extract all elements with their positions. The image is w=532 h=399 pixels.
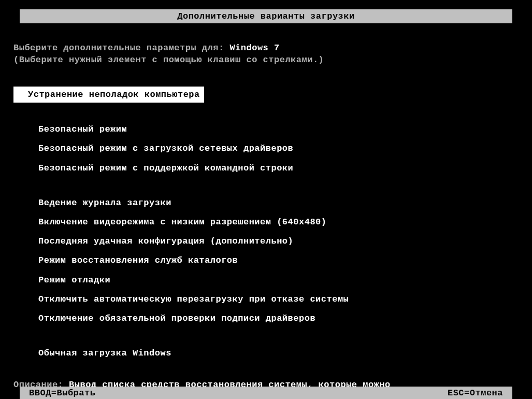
menu-item[interactable]: Безопасный режим (33, 121, 132, 137)
menu-item[interactable]: Режим отладки (33, 272, 116, 288)
menu-item[interactable]: Безопасный режим с загрузкой сетевых дра… (33, 140, 298, 156)
instruction-text: (Выберите нужный элемент с помощью клави… (13, 55, 519, 65)
menu-item[interactable]: Обычная загрузка Windows (33, 345, 177, 361)
menu-item[interactable]: Ведение журнала загрузки (33, 195, 177, 211)
footer-enter: ВВОД=Выбрать (29, 388, 95, 399)
menu-block: Устранение неполадок компьютера (38, 87, 519, 106)
prompt-label: Выберите дополнительные параметры для: (13, 43, 229, 53)
menu-item[interactable]: Устранение неполадок компьютера (13, 87, 204, 103)
menu-item[interactable]: Отключить автоматическую перезагрузку пр… (33, 291, 354, 307)
prompt-line: Выберите дополнительные параметры для: W… (13, 43, 519, 53)
menu-item[interactable]: Отключение обязательной проверки подписи… (33, 310, 321, 326)
title-bar: Дополнительные варианты загрузки (20, 9, 512, 23)
menu-block: Безопасный режимБезопасный режим с загру… (38, 121, 519, 179)
footer-bar: ВВОД=Выбрать ESC=Отмена (20, 387, 512, 399)
menu-item[interactable]: Режим восстановления служб каталогов (33, 252, 243, 268)
menu-block: Ведение журнала загрузкиВключение видеор… (38, 195, 519, 330)
page-title: Дополнительные варианты загрузки (177, 11, 354, 21)
boot-menu: Устранение неполадок компьютераБезопасны… (13, 67, 519, 364)
menu-block: Обычная загрузка Windows (38, 345, 519, 364)
menu-item[interactable]: Последняя удачная конфигурация (дополнит… (33, 233, 298, 249)
prompt-os: Windows 7 (229, 43, 279, 53)
menu-item[interactable]: Безопасный режим с поддержкой командной … (33, 160, 298, 176)
menu-item[interactable]: Включение видеорежима с низким разрешени… (33, 214, 332, 230)
footer-esc: ESC=Отмена (448, 388, 503, 399)
